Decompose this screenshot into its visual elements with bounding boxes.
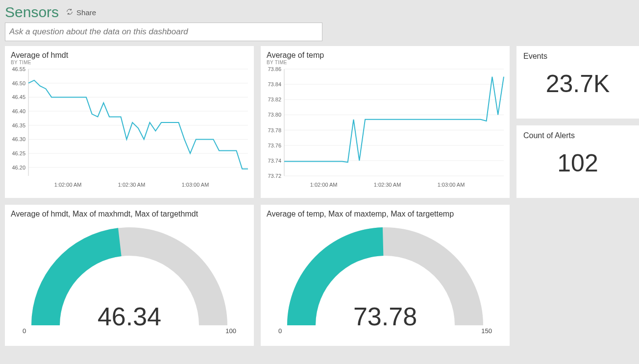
gauge-value: 73.78 bbox=[261, 302, 510, 331]
qna-row bbox=[0, 23, 639, 46]
svg-text:1:02:00 AM: 1:02:00 AM bbox=[310, 182, 338, 188]
svg-text:1:02:00 AM: 1:02:00 AM bbox=[54, 182, 82, 188]
chart-area: 46.2046.2546.3046.3546.4046.4546.5046.55… bbox=[5, 65, 254, 193]
chart-area: 73.7273.7473.7673.7873.8073.8273.8473.86… bbox=[261, 65, 510, 193]
svg-text:46.35: 46.35 bbox=[12, 122, 25, 128]
gauge-min-label: 0 bbox=[23, 327, 26, 335]
share-button[interactable]: Share bbox=[66, 8, 96, 17]
tile-hmdt-gauge[interactable]: Average of hmdt, Max of maxhmdt, Max of … bbox=[5, 205, 254, 346]
gauge-area: 46.34 0 100 bbox=[5, 218, 254, 346]
svg-text:1:02:30 AM: 1:02:30 AM bbox=[374, 182, 401, 188]
svg-text:73.72: 73.72 bbox=[268, 173, 281, 179]
svg-text:73.82: 73.82 bbox=[268, 97, 281, 102]
tile-temp-line[interactable]: Average of temp BY TIME 73.7273.7473.767… bbox=[261, 46, 510, 198]
tile-events[interactable]: Events 23.7K bbox=[516, 46, 639, 119]
gauge-max-label: 100 bbox=[225, 327, 236, 335]
tile-subtitle: BY TIME bbox=[261, 60, 510, 65]
svg-text:73.74: 73.74 bbox=[268, 158, 281, 164]
gauge-area: 73.78 0 150 bbox=[261, 218, 510, 346]
svg-text:1:03:00 AM: 1:03:00 AM bbox=[438, 182, 465, 188]
card-label: Count of Alerts bbox=[516, 125, 639, 140]
svg-text:46.30: 46.30 bbox=[12, 136, 25, 142]
svg-text:73.86: 73.86 bbox=[268, 66, 281, 72]
tile-temp-gauge[interactable]: Average of temp, Max of maxtemp, Max of … bbox=[261, 205, 510, 346]
tile-title: Average of hmdt, Max of maxhmdt, Max of … bbox=[5, 205, 254, 218]
svg-text:46.40: 46.40 bbox=[12, 108, 25, 114]
gauge-min-label: 0 bbox=[278, 327, 282, 335]
tile-title: Average of hmdt bbox=[5, 46, 254, 60]
tile-title: Average of temp, Max of maxtemp, Max of … bbox=[261, 205, 510, 218]
cards-column: Events 23.7K Count of Alerts 102 bbox=[516, 46, 639, 198]
svg-text:73.76: 73.76 bbox=[268, 143, 281, 148]
line-chart-temp: 73.7273.7473.7673.7873.8073.8273.8473.86… bbox=[261, 65, 510, 193]
svg-text:46.20: 46.20 bbox=[12, 165, 25, 170]
gauge-max-label: 150 bbox=[481, 327, 492, 335]
tile-alerts[interactable]: Count of Alerts 102 bbox=[516, 125, 639, 198]
empty-cell bbox=[516, 205, 639, 346]
header: Sensors Share bbox=[0, 0, 639, 23]
svg-text:46.45: 46.45 bbox=[12, 94, 25, 100]
share-label: Share bbox=[76, 8, 96, 17]
line-chart-hmdt: 46.2046.2546.3046.3546.4046.4546.5046.55… bbox=[5, 65, 254, 193]
refresh-share-icon bbox=[66, 8, 74, 17]
card-value: 23.7K bbox=[516, 61, 639, 111]
svg-text:46.50: 46.50 bbox=[12, 80, 25, 86]
svg-text:1:02:30 AM: 1:02:30 AM bbox=[118, 182, 146, 188]
card-label: Events bbox=[516, 46, 639, 61]
gauge-value: 46.34 bbox=[5, 302, 254, 331]
svg-text:46.25: 46.25 bbox=[12, 150, 25, 156]
dashboard-grid: Average of hmdt BY TIME 46.2046.2546.304… bbox=[0, 46, 639, 346]
tile-subtitle: BY TIME bbox=[5, 60, 254, 65]
tile-hmdt-line[interactable]: Average of hmdt BY TIME 46.2046.2546.304… bbox=[5, 46, 254, 198]
svg-text:73.78: 73.78 bbox=[268, 127, 281, 133]
svg-text:73.80: 73.80 bbox=[268, 112, 281, 118]
svg-text:1:03:00 AM: 1:03:00 AM bbox=[182, 182, 209, 188]
page-title: Sensors bbox=[5, 4, 59, 21]
svg-text:46.55: 46.55 bbox=[12, 66, 25, 72]
svg-text:73.84: 73.84 bbox=[268, 81, 281, 87]
card-value: 102 bbox=[516, 140, 639, 190]
qna-input[interactable] bbox=[5, 23, 322, 41]
tile-title: Average of temp bbox=[261, 46, 510, 60]
